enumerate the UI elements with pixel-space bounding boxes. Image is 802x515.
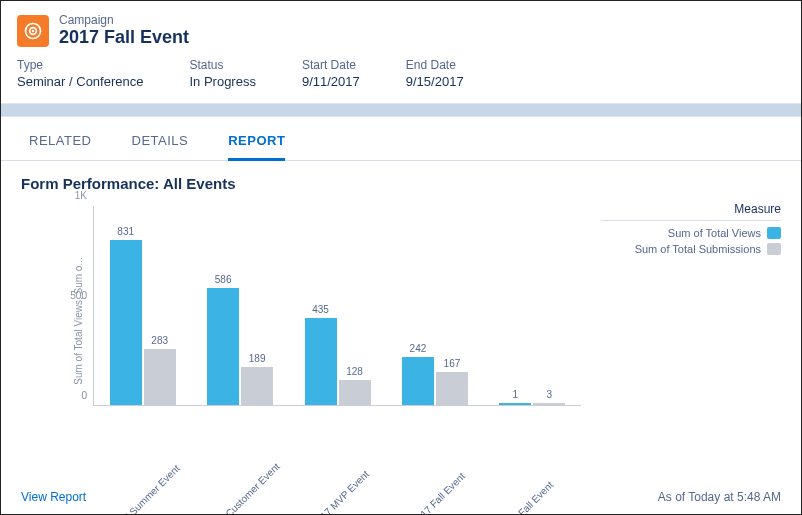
bar-value-label: 242 xyxy=(410,343,427,354)
y-tick-500: 500 xyxy=(70,290,87,301)
bar-groups: 83128358618943512824216713 xyxy=(94,206,581,405)
meta-enddate-label: End Date xyxy=(406,58,464,72)
tab-details[interactable]: DETAILS xyxy=(132,127,189,160)
bar-value-label: 189 xyxy=(249,353,266,364)
plot: 83128358618943512824216713 xyxy=(93,206,581,406)
chart-wrap: Sum of Total Views, Sum o... 0 500 1K 83… xyxy=(1,196,801,446)
meta-type-value: Seminar / Conference xyxy=(17,74,143,89)
meta-startdate-label: Start Date xyxy=(302,58,360,72)
bar-value-label: 167 xyxy=(444,358,461,369)
y-tick-1k: 1K xyxy=(75,190,87,201)
bar-value-label: 831 xyxy=(117,226,134,237)
bar-group: 831283 xyxy=(94,206,191,405)
page-eyebrow: Campaign xyxy=(59,13,189,27)
bar-value-label: 1 xyxy=(513,389,519,400)
meta-status-label: Status xyxy=(189,58,255,72)
bar-value-label: 3 xyxy=(547,389,553,400)
y-tick-0: 0 xyxy=(81,390,87,401)
bar-views[interactable]: 586 xyxy=(207,288,239,405)
decorative-band xyxy=(1,103,801,117)
tab-related[interactable]: RELATED xyxy=(29,127,92,160)
bar-views[interactable]: 831 xyxy=(110,240,142,405)
tabs: RELATED DETAILS REPORT xyxy=(1,117,801,161)
report-footer: View Report As of Today at 5:48 AM xyxy=(21,490,781,504)
meta-enddate-value: 9/15/2017 xyxy=(406,74,464,89)
chart-area: Sum of Total Views, Sum o... 0 500 1K 83… xyxy=(21,196,581,446)
bar-group: 435128 xyxy=(289,206,386,405)
x-tick-label: 2017 Fall Event xyxy=(400,460,477,515)
page-title: 2017 Fall Event xyxy=(59,27,189,48)
meta-status-value: In Progress xyxy=(189,74,255,89)
bar-value-label: 435 xyxy=(312,304,329,315)
as-of-text: As of Today at 5:48 AM xyxy=(658,490,781,504)
tab-report[interactable]: REPORT xyxy=(228,127,285,161)
meta-type-label: Type xyxy=(17,58,143,72)
x-tick-label: 2017 Summer Event xyxy=(107,460,184,515)
swatch-subs xyxy=(767,243,781,255)
view-report-link[interactable]: View Report xyxy=(21,490,86,504)
page-header: Campaign 2017 Fall Event xyxy=(1,1,801,58)
legend-title: Measure xyxy=(601,202,781,221)
legend-views-label: Sum of Total Views xyxy=(668,227,761,239)
bar-value-label: 586 xyxy=(215,274,232,285)
bar-submissions[interactable]: 283 xyxy=(144,349,176,405)
legend-subs-label: Sum of Total Submissions xyxy=(635,243,761,255)
y-ticks: 0 500 1K xyxy=(61,206,91,406)
bar-submissions[interactable]: 189 xyxy=(241,367,273,405)
bar-views[interactable]: 435 xyxy=(305,318,337,405)
x-tick-label: Fall Event xyxy=(498,460,575,515)
legend: Measure Sum of Total Views Sum of Total … xyxy=(601,202,781,446)
x-tick-label: 2017 Customer Event xyxy=(205,460,282,515)
campaign-icon xyxy=(17,15,49,47)
meta-startdate-value: 9/11/2017 xyxy=(302,74,360,89)
report-title: Form Performance: All Events xyxy=(1,161,801,196)
meta-row: Type Seminar / Conference Status In Prog… xyxy=(1,58,801,103)
legend-item-subs: Sum of Total Submissions xyxy=(601,243,781,255)
bar-submissions[interactable]: 3 xyxy=(533,403,565,405)
bar-submissions[interactable]: 167 xyxy=(436,372,468,405)
bar-group: 242167 xyxy=(386,206,483,405)
bar-value-label: 283 xyxy=(151,335,168,346)
x-tick-label: 2017 MVP Event xyxy=(302,460,379,515)
bar-views[interactable]: 1 xyxy=(499,403,531,405)
legend-item-views: Sum of Total Views xyxy=(601,227,781,239)
svg-point-2 xyxy=(32,29,35,32)
bar-group: 13 xyxy=(484,206,581,405)
swatch-views xyxy=(767,227,781,239)
bar-group: 586189 xyxy=(191,206,288,405)
bar-submissions[interactable]: 128 xyxy=(339,380,371,405)
bar-value-label: 128 xyxy=(346,366,363,377)
bar-views[interactable]: 242 xyxy=(402,357,434,405)
